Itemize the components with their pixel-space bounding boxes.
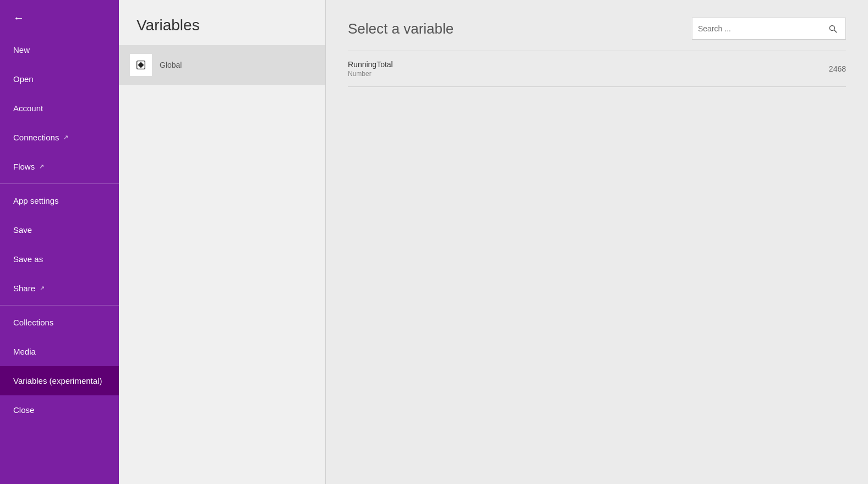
page-title: Variables (119, 0, 325, 45)
sidebar-item-open[interactable]: Open (0, 64, 119, 94)
sidebar-item-label: Variables (experimental) (13, 376, 102, 385)
external-link-icon: ↗ (63, 134, 68, 141)
search-button[interactable] (826, 21, 840, 36)
sidebar-item-label: App settings (13, 196, 59, 205)
list-bottom-divider (348, 86, 846, 87)
global-scope-icon (135, 59, 147, 71)
sidebar-item-flows[interactable]: Flows ↗ (0, 152, 119, 181)
sidebar-item-close[interactable]: Close (0, 395, 119, 425)
variable-type: Number (348, 70, 393, 78)
sidebar-item-label: Media (13, 347, 36, 356)
select-variable-title: Select a variable (348, 20, 454, 37)
middle-panel: Variables Global (119, 0, 326, 484)
back-arrow-icon: ← (13, 12, 24, 24)
sidebar-item-collections[interactable]: Collections (0, 308, 119, 337)
table-row[interactable]: RunningTotal Number 2468 (348, 51, 846, 86)
sidebar-item-label: Open (13, 74, 34, 84)
sidebar-item-label: Save as (13, 254, 43, 264)
variable-info: RunningTotal Number (348, 60, 393, 78)
sidebar-item-app-settings[interactable]: App settings (0, 186, 119, 215)
sidebar-item-label: Flows (13, 162, 35, 171)
sidebar-item-account[interactable]: Account (0, 94, 119, 123)
search-icon (828, 24, 838, 34)
sidebar-item-label: Collections (13, 318, 53, 327)
sidebar-item-connections[interactable]: Connections ↗ (0, 123, 119, 152)
variable-value: 2468 (829, 64, 846, 73)
sidebar-item-label: Save (13, 225, 32, 235)
scope-icon-container (130, 54, 152, 76)
search-input[interactable] (698, 24, 826, 33)
svg-line-2 (834, 30, 837, 32)
external-link-icon: ↗ (39, 163, 44, 170)
sidebar-item-new[interactable]: New (0, 35, 119, 64)
sidebar-item-label: New (13, 45, 30, 55)
search-box (692, 18, 846, 40)
sidebar-item-save-as[interactable]: Save as (0, 244, 119, 274)
sidebar-item-label: Account (13, 104, 43, 113)
right-panel: Select a variable RunningTotal Number 24… (326, 0, 868, 484)
sidebar-item-media[interactable]: Media (0, 337, 119, 366)
svg-point-1 (829, 25, 834, 30)
sidebar-item-label: Share (13, 284, 35, 293)
back-button[interactable]: ← (0, 0, 119, 35)
scope-label: Global (160, 61, 182, 69)
external-link-icon: ↗ (40, 285, 45, 292)
sidebar-item-label: Close (13, 405, 34, 415)
scope-global-item[interactable]: Global (119, 45, 325, 85)
sidebar-item-label: Connections (13, 133, 59, 142)
right-header: Select a variable (326, 0, 868, 51)
variable-name: RunningTotal (348, 60, 393, 69)
sidebar-item-share[interactable]: Share ↗ (0, 274, 119, 303)
variable-list: RunningTotal Number 2468 (326, 51, 868, 87)
sidebar: ← New Open Account Connections ↗ Flows ↗… (0, 0, 119, 484)
sidebar-item-save[interactable]: Save (0, 215, 119, 244)
sidebar-item-variables[interactable]: Variables (experimental) (0, 366, 119, 395)
